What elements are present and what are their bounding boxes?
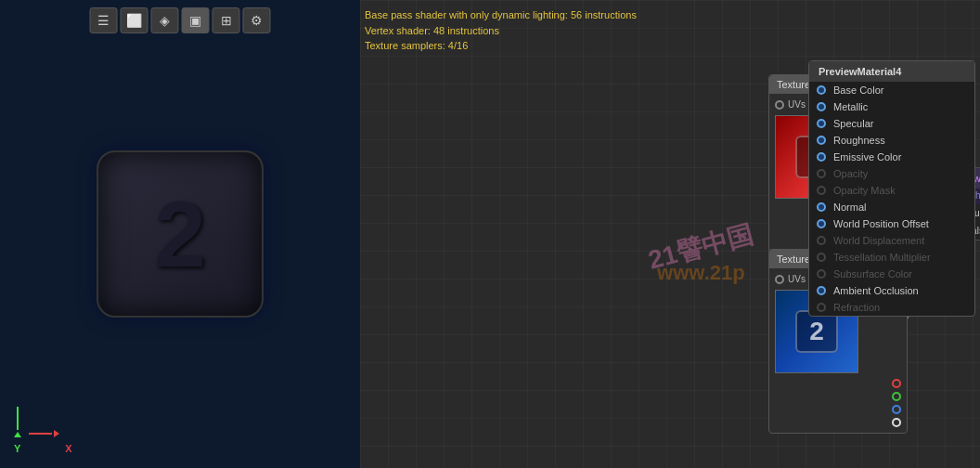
- prop-circle-base-color[interactable]: [817, 85, 826, 95]
- toolbar-btn-4[interactable]: ▣: [182, 7, 210, 33]
- b-output-pin-2[interactable]: [892, 405, 901, 414]
- prop-row-roughness[interactable]: Roughness: [809, 132, 974, 149]
- g-pin-row-2: [769, 390, 907, 403]
- prop-label-ambient-occlusion: Ambient Occlusion: [833, 285, 919, 296]
- toolbar-btn-2[interactable]: ⬜: [121, 7, 148, 33]
- toolbar-btn-1[interactable]: ☰: [90, 7, 118, 33]
- preview-material-title: PreviewMaterial4: [819, 66, 901, 77]
- tile-number: 2: [154, 181, 206, 288]
- prop-row-specular[interactable]: Specular: [809, 115, 974, 132]
- preview-material-header: PreviewMaterial4: [809, 61, 974, 82]
- prop-label-opacity-mask: Opacity Mask: [833, 185, 896, 196]
- prop-circle-refraction: [817, 303, 826, 312]
- uvs-input-pin-2[interactable]: [775, 275, 784, 284]
- prop-row-opacity: Opacity: [809, 165, 974, 182]
- prop-circle-metallic[interactable]: [817, 102, 826, 111]
- prop-label-specular: Specular: [833, 118, 873, 129]
- a-output-pin-2[interactable]: [892, 418, 901, 427]
- prop-label-emissive-color: Emissive Color: [833, 151, 901, 162]
- rgb-pin-row-2: [769, 377, 907, 390]
- prop-circle-opacity: [817, 169, 826, 178]
- prop-circle-opacity-mask: [817, 186, 826, 195]
- prop-row-world-displacement: World Displacement: [809, 232, 974, 249]
- prop-row-base-color[interactable]: Base Color: [809, 82, 974, 98]
- prop-label-base-color: Base Color: [833, 84, 883, 96]
- b-pin-row-2: [769, 403, 907, 416]
- prop-row-metallic[interactable]: Metallic: [809, 98, 974, 115]
- prop-row-ambient-occlusion[interactable]: Ambient Occlusion: [809, 282, 974, 299]
- number-tile: 2: [97, 150, 264, 318]
- toolbar-btn-3[interactable]: ◈: [151, 7, 179, 33]
- prop-circle-normal[interactable]: [817, 202, 826, 212]
- g-output-pin-2[interactable]: [892, 392, 901, 401]
- status-text: Base pass shader with only dynamic light…: [365, 7, 637, 54]
- prop-label-normal: Normal: [833, 202, 866, 213]
- preview-material-panel: PreviewMaterial4 Base Color Metallic Spe…: [808, 60, 975, 317]
- prop-label-tessellation: Tessellation Multiplier: [833, 252, 931, 263]
- prop-label-opacity: Opacity: [833, 168, 868, 179]
- prop-circle-world-position-offset[interactable]: [817, 219, 826, 228]
- prop-label-subsurface-color: Subsurface Color: [833, 268, 912, 280]
- prop-label-roughness: Roughness: [833, 135, 885, 146]
- status-line-3: Texture samplers: 4/16: [365, 38, 637, 54]
- viewport-toolbar: ☰ ⬜ ◈ ▣ ⊞ ⚙: [90, 7, 271, 33]
- toolbar-btn-5[interactable]: ⊞: [213, 7, 240, 33]
- uvs-label-2: UVs: [788, 274, 806, 284]
- status-line-2: Vertex shader: 48 instructions: [365, 23, 637, 39]
- prop-label-refraction: Refraction: [833, 302, 880, 313]
- prop-label-world-displacement: World Displacement: [833, 235, 924, 246]
- prop-row-tessellation: Tessellation Multiplier: [809, 249, 974, 266]
- prop-circle-roughness[interactable]: [817, 136, 826, 145]
- viewport-panel: ☰ ⬜ ◈ ▣ ⊞ ⚙ 2 Y X: [0, 0, 360, 468]
- prop-row-world-position-offset[interactable]: World Position Offset: [809, 215, 974, 232]
- r-output-pin-2[interactable]: [892, 379, 901, 388]
- prop-row-refraction: Refraction: [809, 299, 974, 316]
- prop-circle-specular[interactable]: [817, 119, 826, 128]
- prop-circle-tessellation: [817, 253, 826, 262]
- prop-circle-emissive-color[interactable]: [817, 152, 826, 162]
- status-line-1: Base pass shader with only dynamic light…: [365, 7, 637, 23]
- uvs-label-1: UVs: [788, 99, 806, 110]
- node-editor[interactable]: Base pass shader with only dynamic light…: [360, 0, 980, 468]
- prop-circle-ambient-occlusion[interactable]: [817, 286, 826, 295]
- axes-indicator: Y X: [14, 407, 72, 454]
- uvs-input-pin-1[interactable]: [775, 100, 784, 110]
- a-pin-row-2: [769, 416, 907, 429]
- prop-row-opacity-mask: Opacity Mask: [809, 182, 974, 199]
- prop-label-world-position-offset: World Position Offset: [833, 218, 929, 229]
- prop-circle-subsurface-color: [817, 269, 826, 279]
- prop-row-normal[interactable]: Normal: [809, 199, 974, 215]
- prop-row-emissive-color[interactable]: Emissive Color: [809, 149, 974, 165]
- prop-circle-world-displacement: [817, 236, 826, 245]
- axis-y-label: Y: [14, 443, 20, 454]
- prop-label-metallic: Metallic: [833, 101, 868, 112]
- viewport-content: 2: [0, 0, 360, 468]
- toolbar-btn-6[interactable]: ⚙: [243, 7, 271, 33]
- prop-row-subsurface-color: Subsurface Color: [809, 266, 974, 282]
- axis-x-label: X: [65, 443, 71, 454]
